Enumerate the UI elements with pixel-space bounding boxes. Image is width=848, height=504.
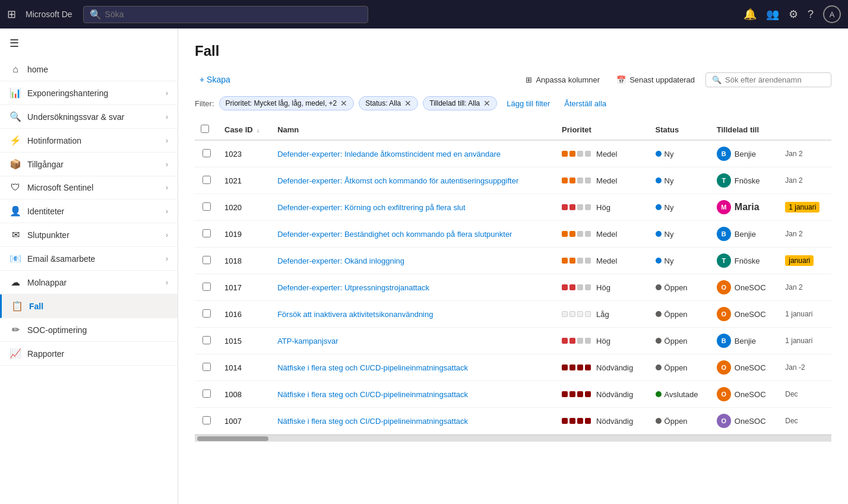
date-cell: Jan 2 [779,140,831,167]
select-all-checkbox[interactable] [201,125,209,133]
priority-dot [585,284,591,290]
status-dot [656,258,662,264]
case-name-link[interactable]: Försök att inaktivera aktivitetsikonanvä… [277,310,433,319]
sidebar-item-rapporter[interactable]: 📈 Rapporter [0,342,178,366]
add-filter-button[interactable]: Lägg till filter [502,97,555,110]
row-checkbox-cell [195,221,219,248]
row-checkbox[interactable] [202,363,211,371]
priority-dots: Nödvändig [562,390,644,399]
case-search-input[interactable] [725,75,825,84]
priority-dots: Hög [562,283,644,292]
priority-label: Hög [596,203,610,212]
priority-cell: Nödvändig [556,381,650,408]
case-name-link[interactable]: Defender-experter: Okänd inloggning [277,256,404,265]
filter-chip-priority: Prioritet: Mycket låg, låg, medel, +2 ✕ [219,96,355,110]
priority-cell: Medel [556,221,650,248]
status-dot [656,284,662,290]
row-checkbox[interactable] [202,389,211,398]
calendar-icon: 📅 [616,75,626,84]
scrollbar-thumb[interactable] [197,436,268,441]
col-case-id[interactable]: Case ID ↓ [219,120,271,140]
date-cell: Jan 2 [779,274,831,301]
row-checkbox[interactable] [202,229,211,237]
apps-icon[interactable]: ⊞ [7,8,16,21]
case-search-box[interactable]: 🔍 [705,72,831,87]
status-dot [656,177,662,183]
create-button[interactable]: + Skapa [195,71,235,88]
filter-chip-status-close[interactable]: ✕ [404,99,412,107]
help-icon[interactable]: ? [808,8,814,21]
sidebar-item-identiteter[interactable]: 👤 Identiteter › [0,199,178,223]
sidebar-item-exponeringshantering[interactable]: 📊 Exponeringshantering › [0,81,178,105]
top-search-input[interactable] [105,9,362,19]
col-status[interactable]: Status [650,120,711,140]
sidebar-item-slutpunkter[interactable]: ✉ Slutpunkter › [0,223,178,247]
row-checkbox[interactable] [202,283,211,291]
priority-label: Medel [596,256,617,265]
case-name-link[interactable]: Defender-experter: Körning och exfiltrer… [277,203,466,212]
notifications-icon[interactable]: 🔔 [743,8,757,21]
sidebar-item-email[interactable]: 📧 Email &samarbete › [0,247,178,271]
user-avatar[interactable]: A [823,5,841,23]
sidebar-item-home[interactable]: ⌂ home [0,58,178,81]
sentinel-icon: 🛡 [10,182,21,193]
row-checkbox[interactable] [202,309,211,318]
hamburger-button[interactable]: ☰ [0,28,178,58]
row-checkbox[interactable] [202,416,211,424]
assignee-name: Benjie [735,150,756,159]
status-badge: Öppen [656,417,705,426]
row-checkbox[interactable] [202,149,211,157]
case-name-link[interactable]: Defender-experter: Utpressningstrojanatt… [277,283,429,292]
assignee-name: Fnöske [735,256,760,265]
priority-dot [562,231,568,237]
home-icon: ⌂ [10,64,21,75]
row-checkbox[interactable] [202,336,211,344]
col-priority[interactable]: Prioritet [556,120,650,140]
status-cell: Ny [650,140,711,167]
case-id-cell: 1023 [219,140,271,167]
priority-cell: Hög [556,274,650,301]
chevron-down-icon-6: › [166,207,168,215]
assignee-avatar: O [717,414,731,428]
priority-dot [569,418,575,424]
cases-icon: 📋 [11,300,23,312]
sidebar-item-undersokningssvar[interactable]: 🔍 Undersökningssvar & svar › [0,105,178,129]
case-name-link[interactable]: Defender-experter: Åtkomst och kommando … [277,176,518,185]
sidebar-item-hotinformation[interactable]: ⚡ Hotinformation › [0,129,178,153]
priority-dot [577,151,583,157]
sidebar-item-soc[interactable]: ✏ SOC-optimering [0,318,178,342]
reset-filters-button[interactable]: Återställ alla [559,97,611,110]
case-name-link[interactable]: Nätfiske i flera steg och CI/CD-pipeline… [277,417,468,426]
row-checkbox[interactable] [202,176,211,184]
priority-label: Hög [596,337,610,345]
case-name-link[interactable]: Defender-experter: Inledande åtkomstinci… [277,150,501,159]
col-assigned[interactable]: Tilldelad till [711,120,779,140]
case-name-link[interactable]: ATP-kampanjsvar [277,337,338,345]
horizontal-scrollbar[interactable] [195,435,831,442]
cloud-icon: ☁ [10,277,21,288]
case-name-link[interactable]: Defender-experter: Beständighet och komm… [277,230,512,239]
priority-cell: Medel [556,140,650,167]
sidebar-item-molnappar[interactable]: ☁ Molnappar › [0,271,178,294]
case-id-cell: 1020 [219,194,271,221]
row-checkbox[interactable] [202,256,211,264]
status-cell: Ny [650,194,711,221]
case-name-link[interactable]: Nätfiske i flera steg och CI/CD-pipeline… [277,363,468,372]
row-checkbox[interactable] [202,202,211,211]
row-checkbox-cell [195,194,219,221]
users-icon[interactable]: 👥 [766,8,779,21]
sidebar-item-fall[interactable]: 📋 Fall [0,294,178,318]
sidebar-item-tillgangar[interactable]: 📦 Tillgångar › [0,153,178,176]
top-search-box[interactable]: 🔍 [83,6,368,23]
settings-icon[interactable]: ⚙ [789,8,798,21]
sidebar-item-sentinel[interactable]: 🛡 Microsoft Sentinel › [0,176,178,199]
filter-chip-assigned-close[interactable]: ✕ [483,99,491,107]
col-name[interactable]: Namn [271,120,556,140]
case-id-cell: 1018 [219,248,271,274]
customize-columns-button[interactable]: ⊞ Anpassa kolumner [520,72,606,88]
filter-chip-priority-close[interactable]: ✕ [340,99,347,107]
col-date [779,120,831,140]
case-name-link[interactable]: Nätfiske i flera steg och CI/CD-pipeline… [277,390,468,399]
sort-button[interactable]: 📅 Senast uppdaterad [610,72,701,88]
reports-icon: 📈 [10,348,21,359]
